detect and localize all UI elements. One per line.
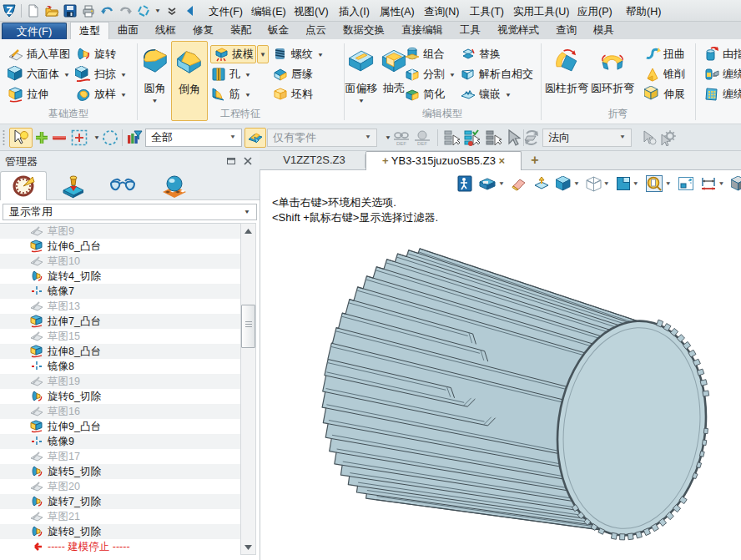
dropdown-arrow-icon[interactable]: ▼ xyxy=(505,91,512,97)
tree-item-草图10[interactable]: 草图10 xyxy=(0,254,240,269)
menu-3[interactable]: 视图(V) xyxy=(294,5,329,19)
scroll-up-icon[interactable] xyxy=(241,224,255,238)
dropdown-arrow-icon[interactable]: ▼ xyxy=(449,71,456,77)
cursorgear-icon[interactable] xyxy=(659,129,678,146)
dropdown-arrow-icon[interactable]: ▼ xyxy=(385,127,391,148)
combo-box[interactable]: 法向▼ xyxy=(542,129,632,147)
ribbon-button-锥削[interactable]: 锥削 xyxy=(644,64,685,84)
ribbon-tab-10[interactable]: 工具 xyxy=(451,22,489,39)
tree-item-镜像8[interactable]: 镜像8 xyxy=(0,359,240,374)
button-body[interactable]: 旋转 xyxy=(75,46,116,63)
pick-confirm-button[interactable] xyxy=(641,124,658,150)
toolbar-grip[interactable] xyxy=(2,124,6,150)
ribbon-button-拉伸[interactable]: 拉伸 xyxy=(8,84,70,104)
picklist3-icon[interactable] xyxy=(485,129,503,147)
boxplus-icon[interactable] xyxy=(70,129,88,147)
ribbon-button-插入草图[interactable]: 插入草图 xyxy=(8,44,70,64)
button-body[interactable]: 替换 xyxy=(460,46,501,63)
lasso-select-button[interactable] xyxy=(101,124,119,150)
button-body[interactable]: 组合 xyxy=(404,46,445,63)
history-filter-dropdown[interactable]: 显示常用 ▼ xyxy=(3,204,257,220)
menu-2[interactable]: 编辑(E) xyxy=(251,5,286,19)
button-body[interactable]: 筋 xyxy=(210,86,240,103)
ribbon-tab-4[interactable]: 修复 xyxy=(184,22,222,39)
dropdown-arrow-icon[interactable]: ▼ xyxy=(633,180,639,186)
tree-item-stop-marker[interactable]: ----- 建模停止 ----- xyxy=(0,539,240,554)
button-body[interactable]: 缠绕 xyxy=(703,86,741,103)
select-tool[interactable] xyxy=(9,124,33,150)
ribbon-tab-1[interactable]: 造型 xyxy=(70,22,109,39)
ribbon-tab-7[interactable]: 点云 xyxy=(297,22,335,39)
ribbon-button-替换[interactable]: 替换 xyxy=(460,44,533,64)
tree-item-旋转5_切除[interactable]: 旋转5_切除 xyxy=(0,464,240,479)
minusred-icon[interactable] xyxy=(52,130,67,145)
dropdown-arrow-icon[interactable]: ▼ xyxy=(120,91,127,97)
plusgreen-icon[interactable] xyxy=(34,130,49,145)
dropdown-arrow-icon[interactable]: ▼ xyxy=(498,180,505,186)
dropdown-arrow-icon[interactable]: ▼ xyxy=(603,180,610,186)
render-manager-tab[interactable] xyxy=(151,171,198,200)
button-body[interactable]: 简化 xyxy=(404,86,445,103)
remove-selection-button[interactable] xyxy=(52,124,67,150)
button-body[interactable]: 拉伸 xyxy=(8,86,48,103)
button-body[interactable]: 放样 xyxy=(75,86,116,103)
zoom-button[interactable]: ▼ xyxy=(645,174,672,193)
button-body[interactable]: 六面体 xyxy=(8,66,59,83)
ribbon-button-唇缘[interactable]: 唇缘 xyxy=(272,64,324,84)
menu-7[interactable]: 工具(T) xyxy=(470,5,504,19)
dropdown-arrow-icon[interactable]: ▼ xyxy=(665,180,672,186)
wireframe-view-button[interactable]: ▼ xyxy=(586,176,610,192)
exit-environment-button[interactable] xyxy=(457,175,472,192)
ribbon-button-分割[interactable]: 分割▼ xyxy=(404,64,456,84)
button-body[interactable]: 缠绕 xyxy=(703,66,741,83)
tree-item-草图9[interactable]: 草图9 xyxy=(0,224,240,239)
ribbon-tab-13[interactable]: 模具 xyxy=(585,22,623,39)
menu-5[interactable]: 属性(A) xyxy=(380,5,415,19)
filter-all-combo[interactable]: 全部▼ xyxy=(145,124,242,150)
tree-scrollbar[interactable] xyxy=(240,223,256,555)
ribbon-button-扫掠[interactable]: 扫掠▼ xyxy=(75,64,127,84)
assembly-manager-tab[interactable] xyxy=(50,171,97,200)
pick-arrow-button[interactable] xyxy=(506,124,521,150)
button-body[interactable]: 扭曲 xyxy=(644,46,685,63)
chain-pick-button[interactable]: DEF xyxy=(392,124,411,150)
ribbon-tab-2[interactable]: 曲面 xyxy=(109,22,147,39)
ribbon-button-镶嵌[interactable]: 镶嵌▼ xyxy=(460,84,533,104)
combo-box[interactable]: 全部▼ xyxy=(145,129,242,147)
dropdown-arrow-icon[interactable]: ▼ xyxy=(120,71,127,77)
tree-item-草图20[interactable]: 草图20 xyxy=(0,479,240,494)
ribbon-button-组合[interactable]: 组合 xyxy=(404,44,456,64)
ribbon-button-扭曲[interactable]: 扭曲 xyxy=(644,44,685,64)
menu-8[interactable]: 实用工具(U) xyxy=(513,5,569,19)
filterbars-icon[interactable] xyxy=(126,129,143,146)
dropdown-arrow-icon[interactable]: ▼ xyxy=(317,51,324,57)
tree-item-旋转6_切除[interactable]: 旋转6_切除 xyxy=(0,389,240,404)
button-body[interactable]: 插入草图 xyxy=(8,46,70,63)
tree-item-镜像9[interactable]: 镜像9 xyxy=(0,434,240,449)
tree-item-草图16[interactable]: 草图16 xyxy=(0,404,240,419)
new-tab-button[interactable]: + xyxy=(525,151,545,170)
button-body[interactable]: 锥削 xyxy=(644,66,685,83)
datum-plane-button[interactable] xyxy=(533,176,550,192)
button-body[interactable]: 坯料 xyxy=(272,86,313,103)
button-body[interactable]: 伸展 xyxy=(644,86,685,103)
tree-item-草图19[interactable]: 草图19 xyxy=(0,374,240,389)
button-body[interactable]: 扫掠 xyxy=(75,66,116,83)
section-view-button[interactable] xyxy=(731,176,741,192)
dropdown-arrow-icon[interactable]: ▼ xyxy=(244,91,251,97)
button-body[interactable]: 螺纹 xyxy=(272,46,313,63)
tree-item-草图13[interactable]: 草图13 xyxy=(0,299,240,314)
tree-item-草图15[interactable]: 草图15 xyxy=(0,329,240,344)
tree-item-旋转7_切除[interactable]: 旋转7_切除 xyxy=(0,494,240,509)
combo-box[interactable]: 仅有零件▼ xyxy=(267,129,377,147)
chaindef2-icon[interactable]: DEF xyxy=(413,129,431,146)
ribbon-tab-file[interactable]: 文件(F) xyxy=(2,23,67,39)
reorient-button[interactable] xyxy=(522,124,541,150)
loop-pick-button[interactable]: DEF xyxy=(413,124,431,150)
tree-item-旋转4_切除[interactable]: 旋转4_切除 xyxy=(0,269,240,284)
ribbon-button-六面体[interactable]: 六面体▼ xyxy=(8,64,70,84)
dropdown-arrow-icon[interactable]: ▼ xyxy=(718,180,725,186)
tab-close-icon[interactable]: × xyxy=(499,154,506,167)
ribbon-button-缠绕[interactable]: 缠绕 xyxy=(703,64,741,84)
ribbon-button-放样[interactable]: 放样▼ xyxy=(75,84,127,104)
